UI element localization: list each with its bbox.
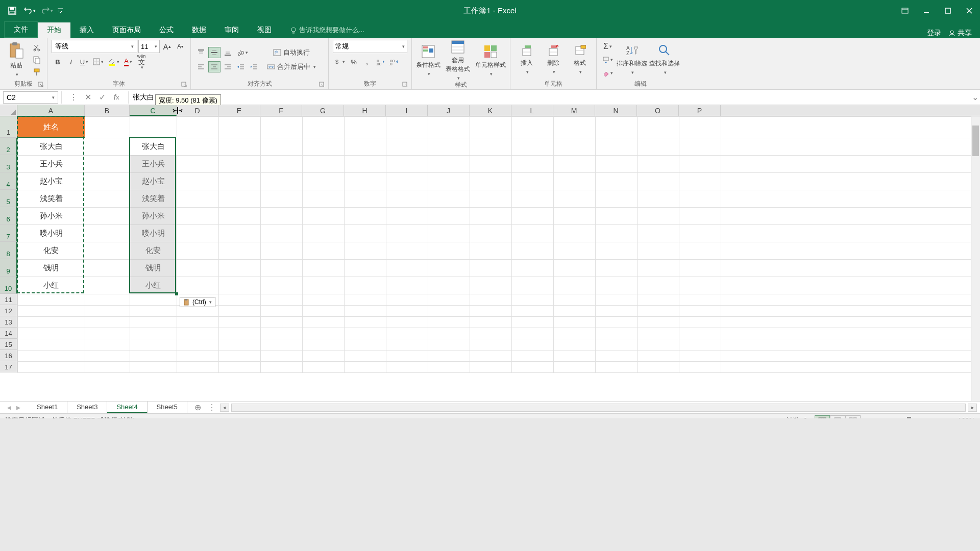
- cell-C3[interactable]: 王小兵: [130, 155, 177, 172]
- vscroll-thumb[interactable]: [972, 126, 979, 156]
- tab-page-layout[interactable]: 页面布局: [103, 22, 150, 38]
- col-header-K[interactable]: K: [470, 105, 511, 116]
- select-all-corner[interactable]: [0, 105, 17, 116]
- sheet-tab-Sheet4[interactable]: Sheet4: [107, 402, 147, 413]
- percent-icon[interactable]: %: [348, 56, 360, 67]
- cell-C7[interactable]: 喽小明: [130, 224, 177, 242]
- cancel-icon[interactable]: ✕: [81, 91, 94, 104]
- autosum-icon[interactable]: Σ▾: [601, 41, 615, 52]
- sort-filter-button[interactable]: AZ排序和筛选▾: [617, 44, 647, 75]
- align-middle-icon[interactable]: [208, 47, 220, 58]
- col-header-D[interactable]: D: [177, 105, 218, 116]
- align-right-icon[interactable]: [222, 61, 234, 72]
- minimize-icon[interactable]: [916, 4, 937, 18]
- fill-color-icon[interactable]: ▾: [106, 56, 121, 67]
- cell-C6[interactable]: 孙小米: [130, 207, 177, 224]
- format-painter-icon[interactable]: [31, 66, 43, 78]
- cell-A7[interactable]: 喽小明: [17, 224, 85, 242]
- fx-icon[interactable]: fx: [110, 91, 123, 104]
- find-select-button[interactable]: 查找和选择▾: [649, 44, 680, 75]
- insert-cells-button[interactable]: 插入▾: [514, 44, 539, 74]
- font-color-icon[interactable]: A▾: [122, 56, 134, 67]
- table-format-button[interactable]: 套用 表格格式▾: [443, 40, 473, 81]
- format-cells-button[interactable]: 格式▾: [568, 44, 592, 74]
- conditional-format-button[interactable]: 条件格式▾: [416, 44, 440, 77]
- row-header-17[interactable]: 17: [0, 361, 17, 372]
- row-header-6[interactable]: 6: [0, 207, 17, 224]
- paste-options-button[interactable]: (Ctrl)▾: [180, 297, 215, 307]
- cell-A8[interactable]: 化安: [17, 242, 85, 259]
- row-header-14[interactable]: 14: [0, 328, 17, 339]
- tell-me-input[interactable]: 告诉我您想要做什么...: [287, 22, 368, 38]
- row-header-1[interactable]: 1: [0, 116, 17, 138]
- cells-area[interactable]: 姓名张大白王小兵赵小宝浅笑着孙小米喽小明化安钱明小红张大白王小兵赵小宝浅笑着孙小…: [17, 116, 980, 372]
- col-header-A[interactable]: A: [17, 105, 85, 116]
- row-header-7[interactable]: 7: [0, 224, 17, 242]
- row-header-5[interactable]: 5: [0, 190, 17, 207]
- phonetic-icon[interactable]: wén文▾: [135, 56, 148, 67]
- tab-split-handle[interactable]: ⋮: [208, 403, 217, 412]
- col-header-L[interactable]: L: [511, 105, 553, 116]
- cell-C2[interactable]: 张大白: [130, 138, 177, 155]
- tab-data[interactable]: 数据: [183, 22, 215, 38]
- formula-input[interactable]: 张大白 宽度: 9.50 (81 像素): [129, 93, 970, 102]
- add-sheet-button[interactable]: ⊕: [191, 403, 205, 413]
- cell-A3[interactable]: 王小兵: [17, 155, 85, 172]
- cell-A9[interactable]: 钱明: [17, 259, 85, 277]
- align-center-icon[interactable]: [208, 61, 220, 72]
- cell-styles-button[interactable]: 单元格样式▾: [475, 44, 506, 77]
- copy-icon[interactable]: [31, 54, 43, 65]
- cell-A10[interactable]: 小红: [17, 277, 85, 294]
- row-header-2[interactable]: 2: [0, 138, 17, 155]
- comma-icon[interactable]: ,: [361, 56, 373, 67]
- sheet-tab-Sheet1[interactable]: Sheet1: [28, 402, 67, 413]
- save-icon[interactable]: [4, 4, 20, 18]
- italic-button[interactable]: I: [65, 56, 77, 67]
- redo-icon[interactable]: ▾: [39, 4, 55, 18]
- ribbon-display-icon[interactable]: [894, 4, 916, 18]
- clear-icon[interactable]: ▾: [601, 67, 615, 79]
- font-size-combo[interactable]: 11▾: [138, 40, 160, 53]
- close-icon[interactable]: [959, 4, 980, 18]
- file-tab[interactable]: 文件: [4, 21, 38, 38]
- cell-A5[interactable]: 浅笑着: [17, 190, 85, 207]
- cell-C4[interactable]: 赵小宝: [130, 172, 177, 190]
- sheet-tab-Sheet3[interactable]: Sheet3: [67, 402, 107, 413]
- delete-cells-button[interactable]: 删除▾: [541, 44, 566, 74]
- paste-button[interactable]: 粘贴▾: [4, 42, 29, 77]
- alignment-launcher-icon[interactable]: [319, 81, 326, 88]
- cell-C5[interactable]: 浅笑着: [130, 190, 177, 207]
- sheet-nav[interactable]: ◂▸: [0, 403, 28, 412]
- col-header-J[interactable]: J: [428, 105, 470, 116]
- horizontal-scrollbar[interactable]: [231, 404, 966, 412]
- col-header-N[interactable]: N: [595, 105, 637, 116]
- underline-button[interactable]: U▾: [78, 56, 90, 67]
- prev-sheet-icon[interactable]: ◂: [7, 403, 11, 412]
- row-header-12[interactable]: 12: [0, 305, 17, 316]
- enter-icon[interactable]: ✓: [95, 91, 109, 104]
- col-header-M[interactable]: M: [553, 105, 595, 116]
- bold-button[interactable]: B: [52, 56, 64, 67]
- merge-center-button[interactable]: 合并后居中▾: [265, 61, 317, 72]
- row-header-3[interactable]: 3: [0, 155, 17, 172]
- col-header-H[interactable]: H: [344, 105, 386, 116]
- tab-review[interactable]: 审阅: [215, 22, 248, 38]
- sheet-tab-Sheet5[interactable]: Sheet5: [148, 402, 187, 413]
- number-format-combo[interactable]: 常规▾: [333, 40, 407, 53]
- hscroll-right-icon[interactable]: ▸: [968, 404, 977, 412]
- font-launcher-icon[interactable]: [181, 81, 188, 88]
- col-header-I[interactable]: I: [386, 105, 428, 116]
- increase-decimal-icon[interactable]: .0.00: [374, 56, 386, 67]
- tab-home[interactable]: 开始: [38, 22, 70, 38]
- row-header-16[interactable]: 16: [0, 350, 17, 361]
- cell-A2[interactable]: 张大白: [17, 138, 85, 155]
- col-header-O[interactable]: O: [637, 105, 679, 116]
- spreadsheet-grid[interactable]: ABCDEFGHIJKLMNOP 12345678910111213141516…: [0, 105, 980, 401]
- decrease-indent-icon[interactable]: [235, 61, 247, 72]
- share-button[interactable]: 共享: [948, 29, 972, 38]
- col-header-G[interactable]: G: [302, 105, 344, 116]
- cell-C9[interactable]: 钱明: [130, 259, 177, 277]
- row-header-11[interactable]: 11: [0, 294, 17, 305]
- cell-A6[interactable]: 孙小米: [17, 207, 85, 224]
- col-header-F[interactable]: F: [260, 105, 302, 116]
